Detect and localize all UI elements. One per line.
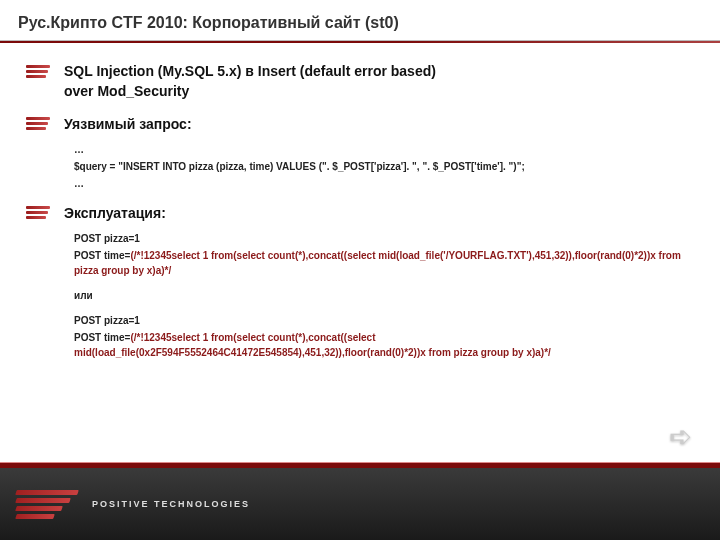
logo-stripes-icon bbox=[16, 490, 78, 519]
bullet-stripes-icon bbox=[26, 114, 52, 132]
bullet-1-line-1: SQL Injection (My.SQL 5.x) в Insert (def… bbox=[64, 61, 436, 81]
exploit-1-payload: (/*!12345select 1 from(select count(*),c… bbox=[74, 250, 681, 276]
slide-footer: ➪ POSITIVE TECHNOLOGIES bbox=[0, 462, 720, 540]
exploit-1-time: POST time=(/*!12345select 1 from(select … bbox=[74, 248, 694, 278]
footer-bar: POSITIVE TECHNOLOGIES bbox=[0, 468, 720, 540]
next-arrow-icon[interactable]: ➪ bbox=[669, 420, 692, 453]
bullet-text-1: SQL Injection (My.SQL 5.x) в Insert (def… bbox=[64, 61, 436, 102]
bullet-item-1: SQL Injection (My.SQL 5.x) в Insert (def… bbox=[26, 61, 694, 102]
slide-title: Рус.Крипто CTF 2010: Корпоративный сайт … bbox=[18, 14, 702, 32]
exploit-1-prefix: POST time= bbox=[74, 250, 130, 261]
exploit-1-pizza: POST pizza=1 bbox=[74, 231, 694, 246]
slide-content: SQL Injection (My.SQL 5.x) в Insert (def… bbox=[0, 43, 720, 360]
exploit-2-pizza: POST pizza=1 bbox=[74, 313, 694, 328]
vuln-line-2: $query = "INSERT INTO pizza (pizza, time… bbox=[74, 159, 694, 174]
vuln-line-1: … bbox=[74, 142, 694, 157]
exploit-2-prefix: POST time= bbox=[74, 332, 130, 343]
or-label: или bbox=[74, 288, 694, 303]
bullet-text-2: Уязвимый запрос: bbox=[64, 114, 192, 134]
bullet-stripes-icon bbox=[26, 61, 52, 79]
vuln-line-3: … bbox=[74, 176, 694, 191]
bullet-item-3: Эксплуатация: bbox=[26, 203, 694, 223]
bullet-1-line-2: over Mod_Security bbox=[64, 81, 436, 101]
exploit-2-time: POST time=(/*!12345select 1 from(select … bbox=[74, 330, 694, 360]
bullet-text-3: Эксплуатация: bbox=[64, 203, 166, 223]
bullet-stripes-icon bbox=[26, 203, 52, 221]
bullet-item-2: Уязвимый запрос: bbox=[26, 114, 694, 134]
brand-label: POSITIVE TECHNOLOGIES bbox=[92, 499, 250, 509]
exploit-2-payload: (/*!12345select 1 from(select count(*),c… bbox=[74, 332, 551, 358]
slide-header: Рус.Крипто CTF 2010: Корпоративный сайт … bbox=[0, 0, 720, 41]
